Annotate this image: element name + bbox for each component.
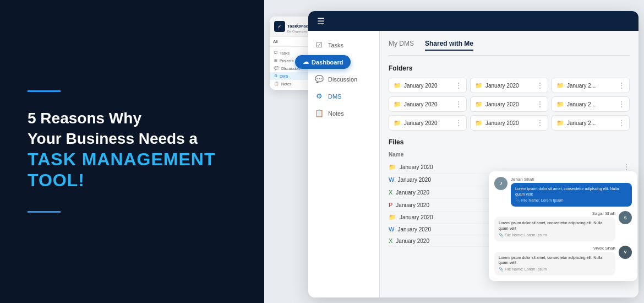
heading-highlight: TASK MANAGEMENT TOOL! [28,149,237,191]
chat-popup: J Jehan Shah Lorem ipsum dolor sit amet,… [489,171,637,281]
folder-dots[interactable]: ⋮ [455,82,462,89]
folder-dots[interactable]: ⋮ [618,82,625,89]
files-header: Name [389,152,630,158]
discussion-label: Discussion [328,76,357,83]
folder-file-icon: 📁 [389,164,396,171]
chat-username-1: Jehan Shah [511,177,632,182]
sidebar-item-dms[interactable]: ⚙ DMS [308,88,379,105]
cloud-icon: ☁ [303,58,309,66]
tasks-label: Tasks [328,42,343,48]
dms-label: DMS [328,93,341,100]
sidebar-item-notes[interactable]: 📋 Notes [308,105,379,122]
folder-card: 📁January 2020 ⋮ [470,115,548,131]
left-panel: 5 Reasons Why Your Business Needs a TASK… [0,0,264,303]
folder-dots[interactable]: ⋮ [618,119,625,127]
folder-dots[interactable]: ⋮ [537,119,543,127]
folder-card: 📁January 2020 ⋮ [389,115,467,131]
chat-message-1: J Jehan Shah Lorem ipsum dolor sit amet,… [494,177,632,207]
folder-card: 📁January 2020 ⋮ [470,96,548,112]
chat-body: J Jehan Shah Lorem ipsum dolor sit amet,… [489,171,637,281]
folder-file-icon2: 📁 [389,214,396,221]
pdf-file-icon: P [389,202,392,208]
chat-bubble-2: Lorem ipsum dolor sit amet, consectetur … [494,217,615,241]
app-sidebar: ☑ Tasks ⊞ Projects 💬 Discussion ⚙ DMS 📋 [308,31,380,297]
hamburger-icon[interactable]: ☰ [317,16,325,26]
avatar-sagar: S [619,211,632,224]
folder-dots[interactable]: ⋮ [537,100,543,108]
tab-my-dms[interactable]: My DMS [389,40,414,51]
folder-card: 📁January 2... ⋮ [552,96,630,112]
chat-bubble-wrap-2: Sagar Shah Lorem ipsum dolor sit amet, c… [494,211,615,241]
top-divider [28,90,61,92]
avatar-vivek: V [619,246,632,259]
chat-username-3: Vivek Shah [494,246,615,251]
excel-file-icon: X [389,189,392,196]
tabs-row: My DMS Shared with Me [389,40,630,56]
app-topbar: ☰ [308,11,638,31]
folder-card: 📁January 2... ⋮ [552,78,630,93]
chat-bubble-wrap-3: Vivek Shah Lorem ipsum dolor sit amet, c… [494,246,615,275]
mini-logo-icon: ✓ [274,21,285,32]
chat-bubble-wrap-1: Jehan Shah Lorem ipsum dolor sit amet, c… [511,177,632,207]
chat-file-2: 📎 File Name: Lorem Ipsum [499,232,611,238]
notes-label: Notes [328,110,344,117]
folder-card: 📁January 2... ⋮ [552,115,630,131]
folder-icon: 📁 [394,82,401,89]
files-section-label: Files [389,138,630,146]
chat-message-2: S Sagar Shah Lorem ipsum dolor sit amet,… [494,211,632,241]
dashboard-badge: ☁ Dashboard [295,55,351,69]
tasks-icon: ☑ [315,41,324,49]
chat-username-2: Sagar Shah [494,211,615,216]
folder-dots[interactable]: ⋮ [455,119,462,127]
right-panel: ✓ TaskOPad Be Organized All ▾ ☑Tasks ⊞Pr… [264,0,644,303]
folder-icon: 📁 [556,101,564,108]
chat-bubble-3: Lorem ipsum dolor sit amet, consectetur … [494,252,615,275]
avatar-jehan: J [494,177,507,190]
folder-dots[interactable]: ⋮ [455,100,462,108]
dms-icon: ⚙ [315,92,324,100]
folder-icon: 📁 [556,120,564,127]
chat-file-1: 📎 File Name: Lorem Ipsum [515,198,627,203]
folder-icon: 📁 [394,101,401,108]
folders-section-label: Folders [389,64,630,72]
folder-card: 📁January 2020 ⋮ [389,78,467,93]
sidebar-item-tasks[interactable]: ☑ Tasks [308,36,379,53]
tab-shared-with-me[interactable]: Shared with Me [425,40,473,51]
folder-icon: 📁 [556,82,564,89]
excel-file-icon2: X [389,237,392,244]
file-dots[interactable]: ⋮ [623,163,630,171]
chat-bubble-1: Lorem ipsum dolor sit amet, consectetur … [511,183,632,207]
word-file-icon2: W [389,226,394,232]
folder-dots[interactable]: ⋮ [537,82,543,89]
folder-icon: 📁 [394,120,401,127]
bottom-divider [28,211,61,213]
folder-icon: 📁 [475,120,483,127]
chat-file-3: 📎 File Name: Lorem Ipsum [499,267,611,272]
notes-icon: 📋 [315,109,324,117]
folder-card: 📁January 2020 ⋮ [389,96,467,112]
folder-dots[interactable]: ⋮ [618,100,625,108]
mini-logo-text: TaskOPad Be Organized [287,20,309,33]
folder-icon: 📁 [475,101,483,108]
word-file-icon: W [389,176,394,183]
folder-card: 📁January 2020 ⋮ [470,78,548,93]
heading-line1: 5 Reasons Why Your Business Needs a TASK… [28,109,237,191]
chat-message-3: V Vivek Shah Lorem ipsum dolor sit amet,… [494,246,632,275]
folder-icon: 📁 [475,82,483,89]
sidebar-item-discussion[interactable]: 💬 Discussion [308,71,379,88]
discussion-icon: 💬 [315,75,324,83]
folders-grid: 📁January 2020 ⋮ 📁January 2020 ⋮ 📁January… [389,78,630,131]
